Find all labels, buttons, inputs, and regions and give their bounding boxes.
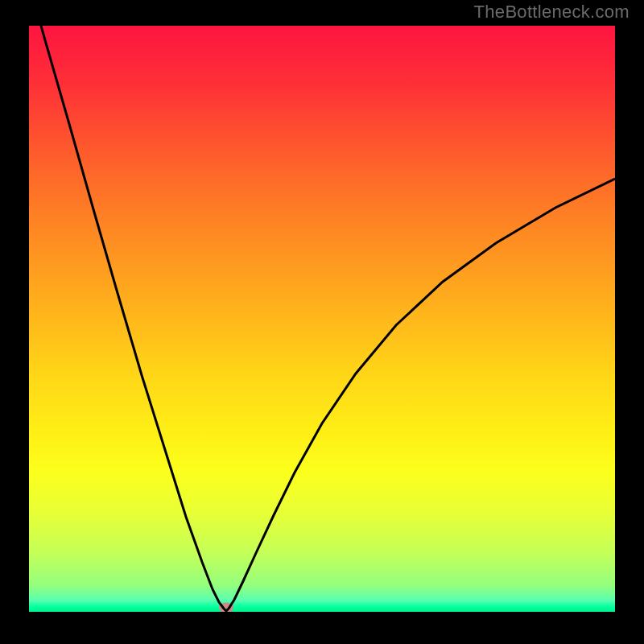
- curve-svg: [29, 26, 615, 612]
- bottleneck-curve: [29, 26, 615, 611]
- watermark-text: TheBottleneck.com: [474, 2, 630, 23]
- plot-area: [29, 26, 615, 612]
